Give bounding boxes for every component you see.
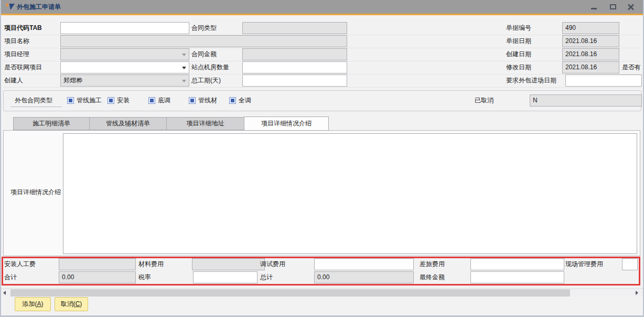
doc-date-label: 单据日期 <box>506 35 531 47</box>
scroll-right-button[interactable] <box>632 289 641 297</box>
project-manager-select <box>60 48 189 60</box>
doc-number-label: 单据编号 <box>506 22 531 34</box>
required-entry-date-label: 要求外包进场日期 <box>506 75 556 87</box>
add-button-text: ) <box>41 300 44 308</box>
close-button[interactable] <box>624 0 638 14</box>
subtotal-label: 合计 <box>4 271 17 283</box>
contract-amount-label: 合同金额 <box>191 48 217 60</box>
arrow-right-icon <box>636 291 638 295</box>
add-button-text: 添加( <box>22 300 37 308</box>
checkbox-label: 管线施工 <box>77 94 102 107</box>
required-entry-date-input[interactable] <box>565 75 642 87</box>
project-detail-textarea[interactable] <box>63 133 637 254</box>
site-room-count-label: 站点机房数量 <box>191 61 229 73</box>
site-mgmt-fee-label: 现场管理费用 <box>565 258 603 270</box>
tax-rate-input[interactable] <box>193 271 257 283</box>
total-duration-input[interactable] <box>242 75 347 87</box>
network-project-label: 是否联网项目 <box>4 61 42 73</box>
modify-date-label: 修改日期 <box>506 61 531 73</box>
material-fee-field <box>192 258 265 270</box>
chevron-down-icon <box>182 80 186 82</box>
scroll-left-button[interactable] <box>1 289 9 297</box>
project-name-field <box>60 35 347 47</box>
modify-date-field: 2021.08.16 <box>562 61 619 73</box>
checkbox-label: 底调 <box>158 94 170 107</box>
row-divider <box>3 87 641 88</box>
project-manager-label: 项目经理 <box>4 48 29 60</box>
cancel-button-text: 取消( <box>61 300 76 308</box>
add-button-mnemonic: A <box>37 300 41 308</box>
network-project-select[interactable] <box>60 61 189 73</box>
arrow-left-icon <box>3 291 6 295</box>
title-bar: 外包施工申请单 <box>1 0 643 14</box>
checkbox-base-tuning[interactable] <box>148 97 155 104</box>
checkbox-fill-icon <box>150 99 154 102</box>
project-detail-label: 项目详细情况介绍 <box>10 186 61 198</box>
add-button[interactable]: 添加(A) <box>15 297 51 311</box>
maximize-button[interactable] <box>606 0 620 14</box>
checkbox-fill-icon <box>109 99 113 102</box>
tab-construction-detail-list[interactable]: 施工明细清单 <box>13 117 90 130</box>
final-amount-input[interactable] <box>470 271 564 283</box>
debug-fee-input[interactable] <box>314 258 414 270</box>
truncated-right-label: 是否有 <box>622 61 641 73</box>
checkbox-label: 安装 <box>117 94 130 107</box>
cancelled-field: N <box>530 94 642 107</box>
horizontal-scrollbar[interactable] <box>1 288 643 297</box>
accent-line <box>1 14 643 15</box>
checkbox-full-tuning[interactable] <box>229 97 236 104</box>
minimize-button[interactable] <box>587 0 601 14</box>
debug-fee-label: 调试费用 <box>260 258 285 270</box>
label-underline <box>10 107 62 107</box>
outsourcing-contract-type-label: 外包合同类型 <box>15 94 52 107</box>
app-logo-icon <box>6 3 15 10</box>
subtotal-field: 0.00 <box>59 271 136 283</box>
checkbox-installation[interactable] <box>108 97 114 104</box>
tab-project-detail-intro[interactable]: 项目详细情况介绍 <box>244 117 329 131</box>
checkbox-fill-icon <box>231 99 234 102</box>
checkbox-label: 管线材 <box>198 94 217 107</box>
window-title: 外包施工申请单 <box>17 0 61 14</box>
creator-label: 创建人 <box>4 75 23 87</box>
checkbox-fill-icon <box>190 99 194 102</box>
contract-type-label: 合同类型 <box>191 22 217 34</box>
scrollbar-thumb[interactable] <box>10 289 570 297</box>
cancel-button-text: ) <box>80 300 82 308</box>
total-duration-label: 总工期(天) <box>191 75 221 87</box>
cancelled-label: 已取消 <box>475 94 493 107</box>
checkbox-pipeline-material[interactable] <box>189 97 196 104</box>
window-border-left <box>0 0 1 317</box>
chevron-down-icon <box>182 54 186 56</box>
checkbox-fill-icon <box>69 99 72 102</box>
travel-fee-label: 差旅费用 <box>420 258 445 270</box>
checkbox-pipeline-construction[interactable] <box>67 97 74 104</box>
doc-number-field: 490 <box>562 22 619 34</box>
contract-type-field <box>242 22 347 34</box>
total-label: 总计 <box>260 271 273 283</box>
project-code-input[interactable] <box>60 22 189 34</box>
tab-pipeline-material-list[interactable]: 管线及辅材清单 <box>89 117 167 130</box>
tab-project-address[interactable]: 项目详细地址 <box>166 117 244 130</box>
site-mgmt-fee-input[interactable] <box>622 258 638 270</box>
creator-value: 郑熠桦 <box>63 77 82 84</box>
creator-select: 郑熠桦 <box>60 75 189 87</box>
doc-date-field: 2021.08.16 <box>562 35 619 47</box>
checkbox-label: 全调 <box>239 94 251 107</box>
minimize-icon <box>591 8 597 9</box>
cancel-button[interactable]: 取消(C) <box>55 297 88 311</box>
application-window: 外包施工申请单 项目代码TAB 项目名称 项目经理 是否联网项目 创建人 郑熠桦… <box>0 0 644 317</box>
project-name-label: 项目名称 <box>4 35 29 47</box>
maximize-icon <box>610 4 616 9</box>
install-labor-fee-label: 安装人工费 <box>4 258 36 270</box>
travel-fee-input[interactable] <box>470 258 564 270</box>
chevron-down-icon <box>182 67 186 69</box>
final-amount-label: 最终金额 <box>420 271 445 283</box>
material-fee-label: 材料费用 <box>138 258 164 270</box>
tax-rate-label: 税率 <box>138 271 151 283</box>
install-labor-fee-field <box>59 258 136 270</box>
create-date-field: 2021.08.16 <box>562 48 619 60</box>
total-field: 0.00 <box>314 271 414 283</box>
project-code-label: 项目代码TAB <box>4 22 42 34</box>
site-room-count-input[interactable] <box>242 61 347 73</box>
create-date-label: 创建日期 <box>506 48 531 60</box>
